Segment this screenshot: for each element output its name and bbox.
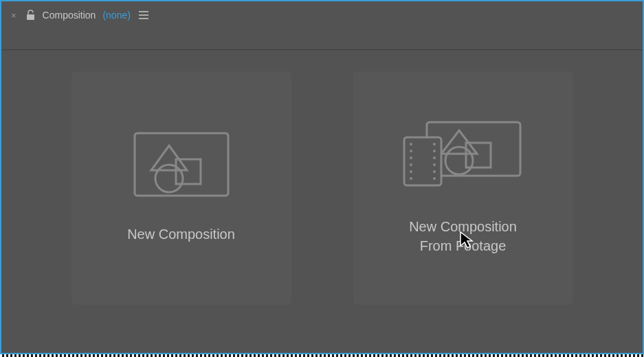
svg-point-12	[410, 150, 412, 152]
svg-rect-8	[466, 143, 491, 168]
composition-from-footage-icon	[403, 121, 523, 189]
svg-point-21	[433, 170, 436, 173]
svg-point-20	[433, 163, 436, 166]
svg-rect-5	[176, 159, 201, 184]
new-composition-from-footage-label: New Composition From Footage	[409, 217, 517, 255]
svg-point-15	[410, 170, 412, 173]
composition-panel: × Composition (none)	[0, 0, 644, 354]
unlock-icon[interactable]	[26, 10, 36, 21]
svg-point-11	[410, 143, 412, 146]
bottom-border	[0, 354, 644, 357]
content-area: New Composition	[1, 50, 643, 353]
new-composition-button[interactable]: New Composition	[71, 71, 291, 305]
svg-point-17	[433, 143, 436, 146]
svg-point-19	[433, 157, 436, 159]
tab-title[interactable]: Composition	[43, 10, 96, 21]
tab-composition-name: (none)	[102, 10, 130, 21]
svg-point-13	[410, 157, 412, 159]
svg-point-6	[155, 165, 183, 192]
new-composition-label: New Composition	[127, 224, 235, 244]
svg-point-9	[445, 147, 473, 174]
panel-menu-icon[interactable]	[139, 11, 148, 19]
composition-icon	[133, 132, 230, 197]
svg-point-14	[410, 163, 412, 166]
tab-bar: × Composition (none)	[1, 1, 643, 29]
new-composition-from-footage-button[interactable]: New Composition From Footage	[353, 71, 573, 305]
svg-point-16	[410, 177, 412, 180]
svg-point-18	[433, 150, 436, 152]
svg-rect-0	[27, 14, 34, 20]
close-icon[interactable]: ×	[8, 10, 19, 21]
svg-point-22	[433, 177, 436, 180]
